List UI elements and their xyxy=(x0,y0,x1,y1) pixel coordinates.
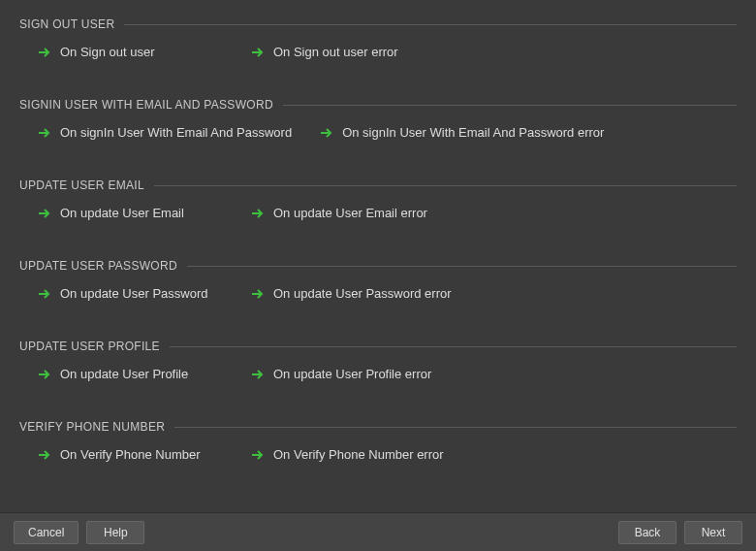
event-section: UPDATE USER PROFILEOn update User Profil… xyxy=(19,322,737,403)
event-item[interactable]: On update User Email error xyxy=(252,206,436,220)
event-item[interactable]: On signIn User With Email And Password xyxy=(39,125,292,140)
items-row: On update User EmailOn update User Email… xyxy=(19,206,737,242)
event-item[interactable]: On signIn User With Email And Password e… xyxy=(321,125,604,140)
help-button[interactable]: Help xyxy=(86,521,144,544)
event-section: VERIFY PHONE NUMBEROn Verify Phone Numbe… xyxy=(19,403,737,483)
section-divider xyxy=(124,24,737,25)
section-header: UPDATE USER PASSWORD xyxy=(19,259,737,273)
arrow-right-icon xyxy=(39,48,50,57)
section-header: VERIFY PHONE NUMBER xyxy=(19,420,737,434)
arrow-right-icon xyxy=(252,370,264,379)
event-item-label: On Sign out user error xyxy=(273,45,398,59)
event-item-label: On update User Email error xyxy=(273,206,427,220)
content-area: SIGN OUT USEROn Sign out userOn Sign out… xyxy=(0,0,756,512)
section-title: SIGNIN USER WITH EMAIL AND PASSWORD xyxy=(19,98,273,112)
section-title: UPDATE USER EMAIL xyxy=(19,178,144,192)
event-item[interactable]: On update User Profile error xyxy=(252,367,436,381)
event-item-label: On update User Profile error xyxy=(273,367,431,381)
event-item-label: On update User Email xyxy=(60,206,184,220)
items-row: On Sign out userOn Sign out user error xyxy=(19,45,737,81)
event-section: UPDATE USER EMAILOn update User EmailOn … xyxy=(19,161,737,242)
section-divider xyxy=(154,185,737,186)
event-item[interactable]: On Verify Phone Number error xyxy=(252,447,444,462)
event-section: SIGN OUT USEROn Sign out userOn Sign out… xyxy=(19,0,737,81)
section-header: SIGNIN USER WITH EMAIL AND PASSWORD xyxy=(19,98,737,112)
event-item[interactable]: On update User Password error xyxy=(252,286,452,301)
arrow-right-icon xyxy=(252,289,264,299)
footer-bar: Cancel Help Back Next xyxy=(0,512,756,551)
event-item-label: On Verify Phone Number error xyxy=(273,447,444,462)
section-title: SIGN OUT USER xyxy=(19,17,114,31)
section-divider xyxy=(174,427,737,428)
event-item-label: On update User Password xyxy=(60,286,207,301)
event-item[interactable]: On Verify Phone Number xyxy=(39,447,223,462)
event-item-label: On Sign out user xyxy=(60,45,155,59)
arrow-right-icon xyxy=(39,209,50,218)
arrow-right-icon xyxy=(252,48,264,57)
items-row: On Verify Phone NumberOn Verify Phone Nu… xyxy=(19,447,737,483)
event-item[interactable]: On Sign out user xyxy=(39,45,223,59)
arrow-right-icon xyxy=(39,450,50,460)
event-item[interactable]: On update User Email xyxy=(39,206,223,220)
event-item[interactable]: On Sign out user error xyxy=(252,45,436,59)
arrow-right-icon xyxy=(39,289,50,299)
section-title: UPDATE USER PASSWORD xyxy=(19,259,177,273)
items-row: On update User PasswordOn update User Pa… xyxy=(19,286,737,322)
section-header: SIGN OUT USER xyxy=(19,17,737,31)
section-divider xyxy=(187,266,737,267)
event-item-label: On Verify Phone Number xyxy=(60,447,201,462)
arrow-right-icon xyxy=(39,128,50,138)
cancel-button[interactable]: Cancel xyxy=(14,521,79,544)
arrow-right-icon xyxy=(252,450,264,460)
section-header: UPDATE USER EMAIL xyxy=(19,178,737,192)
items-row: On signIn User With Email And PasswordOn… xyxy=(19,125,737,161)
section-title: VERIFY PHONE NUMBER xyxy=(19,420,165,434)
items-row: On update User ProfileOn update User Pro… xyxy=(19,367,737,403)
section-title: UPDATE USER PROFILE xyxy=(19,340,160,353)
arrow-right-icon xyxy=(39,370,50,379)
arrow-right-icon xyxy=(321,128,332,138)
event-section: SIGNIN USER WITH EMAIL AND PASSWORDOn si… xyxy=(19,81,737,161)
event-item-label: On update User Profile xyxy=(60,367,188,381)
section-header: UPDATE USER PROFILE xyxy=(19,340,737,353)
arrow-right-icon xyxy=(252,209,264,218)
event-item-label: On signIn User With Email And Password xyxy=(60,125,292,140)
event-item-label: On update User Password error xyxy=(273,286,452,301)
event-item-label: On signIn User With Email And Password e… xyxy=(342,125,604,140)
back-button[interactable]: Back xyxy=(618,521,677,544)
section-divider xyxy=(283,105,737,106)
event-item[interactable]: On update User Profile xyxy=(39,367,223,381)
event-item[interactable]: On update User Password xyxy=(39,286,223,301)
section-divider xyxy=(170,346,737,347)
next-button[interactable]: Next xyxy=(684,521,742,544)
event-section: UPDATE USER PASSWORDOn update User Passw… xyxy=(19,242,737,322)
